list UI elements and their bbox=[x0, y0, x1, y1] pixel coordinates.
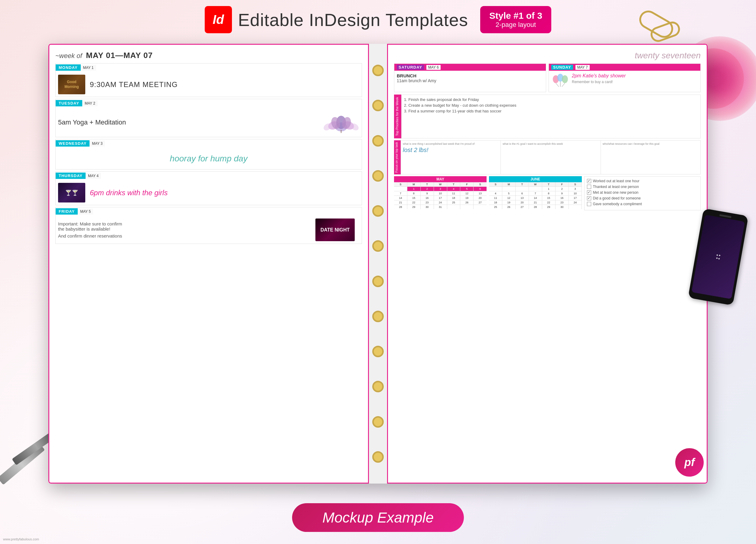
may-cell-26: 26 bbox=[460, 200, 473, 205]
may-cell-28: 28 bbox=[394, 205, 407, 209]
sunday-header: SUNDAY MAY 7 bbox=[549, 64, 700, 71]
wednesday-block: WEDNESDAY MAY 3 hooray for hump day bbox=[55, 139, 362, 170]
check-label-2: Thanked at least one person bbox=[593, 185, 639, 189]
check-item-1: Worked out at least one hour bbox=[587, 179, 698, 183]
check-label-3: Met at least one new person bbox=[593, 191, 639, 195]
sunday-text: 2pm Katie's baby shower bbox=[551, 73, 698, 79]
priorities-list: 1. Finish the sales proposal deck for Fr… bbox=[401, 95, 701, 139]
friday-label: FRIDAY MAY 5 bbox=[56, 207, 362, 216]
mockup-label: Mockup Example bbox=[292, 503, 464, 532]
saturday-header: SATURDAY MAY 6 bbox=[394, 64, 546, 71]
may-dow-w: W bbox=[434, 182, 447, 187]
saturday-date: MAY 6 bbox=[426, 65, 441, 70]
may-cell-5: 5 bbox=[460, 187, 473, 191]
spiral-ring-7 bbox=[372, 275, 384, 287]
focus-cell-2: what is the #1 goal I want to accomplish… bbox=[501, 141, 601, 174]
jun-dow-f: F bbox=[556, 182, 569, 187]
may-cell-29: 29 bbox=[407, 205, 420, 209]
style-line1: Style #1 of 3 bbox=[489, 11, 542, 21]
wednesday-content: hooray for hump day bbox=[56, 148, 362, 169]
monday-image: GoodMorning bbox=[58, 75, 85, 94]
may-cell-2: 2 bbox=[421, 187, 434, 191]
friday-date: MAY 5 bbox=[78, 209, 93, 215]
spiral-binding bbox=[369, 44, 387, 484]
tuesday-date: MAY 2 bbox=[82, 100, 98, 106]
planner-book: ~week of MAY 01—MAY 07 MONDAY MAY 1 Good… bbox=[48, 44, 708, 484]
monday-event: 9:30am Team Meeting bbox=[90, 80, 178, 89]
spiral-ring-11 bbox=[372, 416, 384, 428]
spiral-ring-1 bbox=[372, 65, 384, 76]
may-dow-s2: S bbox=[474, 182, 487, 187]
spiral-ring-3 bbox=[372, 135, 384, 147]
friday-content: Important: Make sure to confirm the baby… bbox=[56, 216, 362, 244]
may-dow-m: M bbox=[407, 182, 420, 187]
may-cell-8: 8 bbox=[407, 191, 420, 196]
check-label-4: Did a good deed for someone bbox=[593, 196, 641, 200]
monday-name: MONDAY bbox=[56, 64, 81, 71]
friday-image: DATE NIGHT bbox=[315, 219, 355, 241]
may-cell-27: 27 bbox=[474, 200, 487, 205]
checkbox-4[interactable] bbox=[587, 196, 591, 200]
monday-content: GoodMorning 9:30am Team Meeting bbox=[56, 72, 362, 97]
spiral-ring-6 bbox=[372, 240, 384, 252]
tuesday-label: TUESDAY MAY 2 bbox=[56, 99, 362, 107]
may-cell-24: 24 bbox=[434, 200, 447, 205]
sunday-note: Remember to buy a card! bbox=[551, 80, 698, 84]
june-header: JUNE bbox=[489, 176, 582, 182]
focus-section: Focus on your top task what is one thing… bbox=[394, 140, 701, 174]
checkbox-2[interactable] bbox=[587, 185, 591, 189]
jun-dow-s: S bbox=[489, 182, 502, 187]
checkbox-1[interactable] bbox=[587, 179, 591, 183]
monday-block: MONDAY MAY 1 GoodMorning 9:30am Team Mee… bbox=[55, 63, 362, 97]
jun-dow-m: M bbox=[502, 182, 515, 187]
jun-dow-w: W bbox=[529, 182, 542, 187]
focus-cell-1: what is one thing I accomplished last we… bbox=[401, 141, 501, 174]
pf-text: pf bbox=[684, 456, 695, 469]
balloons-svg bbox=[551, 73, 569, 88]
may-cell-11: 11 bbox=[447, 191, 460, 196]
check-item-4: Did a good deed for someone bbox=[587, 196, 698, 200]
spiral-ring-4 bbox=[372, 170, 384, 182]
friday-event-line1: Important: Make sure to confirm bbox=[58, 221, 315, 227]
header-title: Editable InDesign Templates bbox=[238, 10, 468, 30]
week-header-row: ~week of MAY 01—MAY 07 bbox=[55, 51, 362, 60]
priority-1: 1. Finish the sales proposal deck for Fr… bbox=[404, 97, 698, 102]
wednesday-name: WEDNESDAY bbox=[56, 140, 90, 147]
priority-3: 3. Find a summer comp for 11-year olds t… bbox=[404, 109, 698, 113]
may-cell-12: 12 bbox=[460, 191, 473, 196]
may-cell-10: 10 bbox=[434, 191, 447, 196]
focus-cell-3: who/what resources can I leverage for th… bbox=[601, 141, 700, 174]
spiral-ring-12 bbox=[372, 451, 384, 463]
may-calendar: MAY S M T W T F S 1 2 3 4 5 6 bbox=[394, 176, 487, 210]
checkbox-5[interactable] bbox=[587, 202, 591, 206]
monday-label: MONDAY MAY 1 bbox=[56, 64, 362, 72]
may-cell-15: 15 bbox=[407, 196, 420, 200]
check-item-5: Gave somebody a compliment bbox=[587, 202, 698, 206]
indesign-logo: Id bbox=[205, 6, 232, 33]
saturday-text: 11am brunch w/ Amy bbox=[397, 78, 543, 83]
may-cell-1: 1 bbox=[407, 187, 420, 191]
may-cell-22: 22 bbox=[407, 200, 420, 205]
style-badge: Style #1 of 3 2-page layout bbox=[480, 6, 551, 33]
spiral-ring-10 bbox=[372, 381, 384, 392]
may-cell-7: 7 bbox=[394, 191, 407, 196]
spiral-ring-5 bbox=[372, 205, 384, 217]
jun-dow-s2: S bbox=[569, 182, 582, 187]
may-dow-t1: T bbox=[421, 182, 434, 187]
year-label: twenty seventeen bbox=[394, 51, 701, 60]
friday-name: FRIDAY bbox=[56, 208, 78, 215]
focus-label: Focus on your top task bbox=[394, 140, 401, 174]
saturday-block: SATURDAY MAY 6 BRUNCH 11am brunch w/ Amy bbox=[394, 64, 546, 92]
may-dow-f: F bbox=[460, 182, 473, 187]
may-cell-9: 9 bbox=[421, 191, 434, 196]
header: Id Editable InDesign Templates Style #1 … bbox=[0, 6, 756, 33]
checkbox-3[interactable] bbox=[587, 191, 591, 195]
tuesday-event: 5am Yoga + Meditation bbox=[58, 119, 126, 126]
may-dow-t2: T bbox=[447, 182, 460, 187]
may-cell bbox=[394, 187, 407, 191]
spiral-ring-8 bbox=[372, 311, 384, 322]
thursday-block: THURSDAY MAY 4 🍸🍸 6pm drinks with the gi… bbox=[55, 171, 362, 205]
jun-dow-t1: T bbox=[516, 182, 529, 187]
wednesday-label: WEDNESDAY MAY 3 bbox=[56, 139, 362, 148]
balloons-deco bbox=[551, 73, 569, 90]
